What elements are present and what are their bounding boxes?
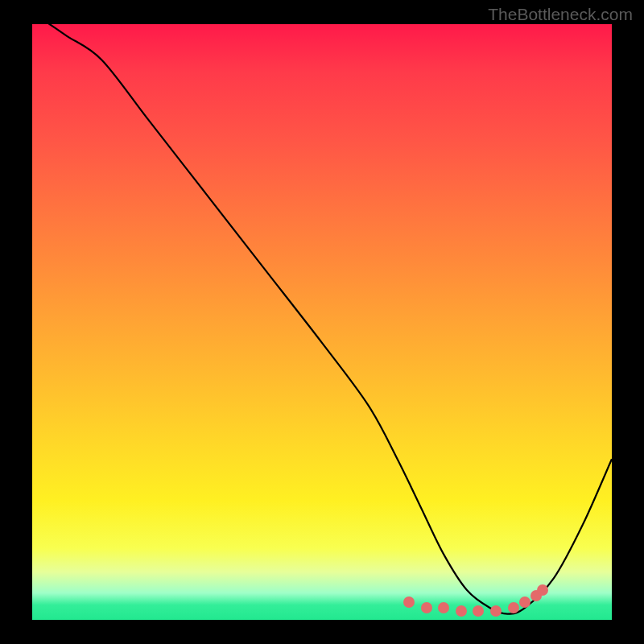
chart-marker bbox=[537, 584, 548, 596]
chart-plot-area bbox=[32, 24, 612, 620]
chart-marker bbox=[519, 597, 530, 608]
chart-marker bbox=[473, 605, 484, 617]
watermark-text: TheBottleneck.com bbox=[488, 5, 633, 24]
chart-marker bbox=[403, 597, 415, 608]
chart-marker bbox=[421, 602, 432, 613]
chart-marker bbox=[438, 602, 449, 613]
chart-markers-group bbox=[32, 24, 612, 620]
chart-marker bbox=[508, 602, 519, 613]
chart-marker bbox=[456, 605, 467, 617]
chart-marker bbox=[490, 605, 502, 617]
